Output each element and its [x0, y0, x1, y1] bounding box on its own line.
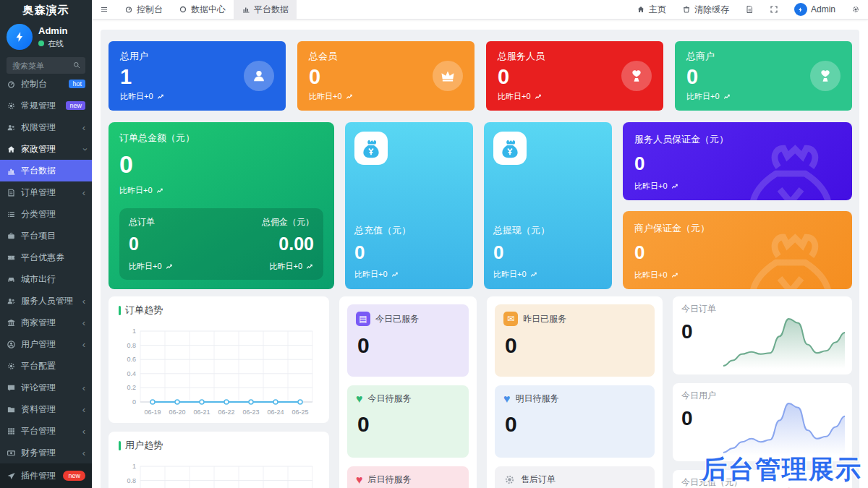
dashboard-panel: 总用户 1 比昨日+0 总会员 0 比昨日+0 总服务人员 0 比昨日+0 总商…	[101, 30, 859, 488]
hamburger-button[interactable]	[92, 0, 116, 19]
today-users-chart-card: 今日用户 0	[673, 383, 852, 461]
trash-icon	[682, 5, 691, 14]
svg-text:06-24: 06-24	[267, 408, 284, 416]
tab-data-center[interactable]: 数据中心	[171, 0, 234, 19]
bar-chart-icon	[242, 5, 250, 14]
chevron-left-icon: ‹	[82, 318, 85, 328]
dashboard-icon	[124, 5, 133, 14]
avatar[interactable]	[7, 24, 33, 50]
gear-icon	[851, 5, 860, 14]
settings-button[interactable]	[843, 0, 868, 19]
after-sale-orders-card: 售后订单 0	[495, 466, 655, 488]
sidebar-item-console[interactable]: 控制台hot	[0, 73, 92, 95]
heart-icon: ♥	[356, 474, 363, 486]
fullscreen-button[interactable]	[762, 0, 786, 19]
trend-up-icon	[156, 93, 165, 100]
trend-up-icon	[345, 93, 354, 100]
messenger-bolt-icon	[13, 30, 26, 43]
language-button[interactable]	[737, 0, 762, 19]
home-button[interactable]: 主页	[629, 0, 674, 19]
chart-title: 用户趋势	[125, 439, 163, 452]
today-orders-chart-card: 今日订单 0	[673, 296, 852, 374]
trend-up-icon	[391, 271, 399, 278]
messenger-bolt-icon	[797, 7, 804, 13]
hamburger-icon	[100, 5, 109, 14]
user-status: 在线	[38, 38, 67, 49]
sidebar-item-materials[interactable]: 资料管理‹	[0, 398, 92, 420]
stat-value: 0.00	[262, 234, 314, 254]
paper-plane-icon	[7, 471, 16, 481]
envelope-icon: ✉	[503, 312, 518, 326]
user-panel: Admin 在线	[0, 19, 92, 54]
trend-up-icon	[671, 183, 679, 190]
svg-text:0.4: 0.4	[127, 370, 136, 377]
stat-value: 0	[357, 412, 460, 437]
svg-text:06-25: 06-25	[292, 408, 308, 416]
tab-platform-data[interactable]: 平台数据	[234, 0, 297, 19]
dashboard-icon	[7, 80, 16, 89]
sidebar-item-plugins[interactable]: 插件管理new	[0, 463, 92, 488]
today-pending-card: ♥今日待服务 0	[347, 385, 469, 458]
hot-badge: hot	[69, 80, 85, 89]
chevron-left-icon: ‹	[82, 448, 85, 458]
account-menu[interactable]: Admin	[786, 0, 843, 19]
sidebar-item-platform-mgmt[interactable]: 平台管理‹	[0, 420, 92, 442]
users-icon	[7, 123, 16, 132]
money-icon	[7, 448, 16, 458]
chevron-left-icon: ‹	[82, 383, 85, 393]
circle-icon	[179, 5, 187, 14]
home-icon	[7, 145, 16, 154]
app-logo: 奥森演示	[0, 0, 92, 19]
sidebar-item-general[interactable]: 常规管理new	[0, 95, 92, 116]
sidebar-item-housekeeping[interactable]: 家政管理‹	[0, 138, 92, 160]
document-icon: ▤	[356, 312, 370, 326]
sidebar-item-categories[interactable]: 分类管理	[0, 203, 92, 225]
order-trend-chart: 00.20.40.60.8106-1906-2006-2106-2206-230…	[119, 325, 318, 421]
sidebar-item-users[interactable]: 用户管理‹	[0, 333, 92, 355]
order-trend-chart-card: 订单趋势 00.20.40.60.8106-1906-2006-2106-220…	[109, 296, 329, 423]
top-navbar: 控制台 数据中心 平台数据 主页 清除缓存 Admin	[92, 0, 868, 20]
money-bag-watermark-icon	[736, 223, 845, 289]
clear-cache-button[interactable]: 清除缓存	[674, 0, 737, 19]
svg-text:06-19: 06-19	[144, 408, 161, 416]
trend-up-icon	[305, 263, 314, 270]
heart-icon: ♥	[356, 393, 363, 405]
sidebar-item-orders[interactable]: 订单管理‹	[0, 181, 92, 203]
user-circle-icon	[7, 340, 16, 349]
svg-text:1: 1	[132, 328, 136, 335]
sidebar-item-comments[interactable]: 评论管理‹	[0, 377, 92, 398]
search-icon	[72, 61, 81, 69]
stat-card-total-staff: 总服务人员 0 比昨日+0	[486, 41, 663, 111]
svg-text:0.8: 0.8	[127, 477, 136, 484]
svg-text:0.8: 0.8	[127, 342, 136, 349]
today-users-sparkline	[720, 393, 848, 455]
sidebar-item-city-travel[interactable]: 城市出行	[0, 268, 92, 290]
stat-value: 0	[129, 234, 174, 254]
sidebar-item-coupons[interactable]: 平台优惠券	[0, 247, 92, 268]
user-name: Admin	[38, 25, 67, 36]
svg-text:1: 1	[132, 463, 136, 470]
gear-icon	[503, 474, 516, 486]
sidebar-item-permissions[interactable]: 权限管理‹	[0, 116, 92, 138]
bank-icon	[7, 318, 16, 328]
sidebar-item-merchants[interactable]: 商家管理‹	[0, 312, 92, 333]
merchant-deposit-card: 商户保证金（元） 0 比昨日+0	[623, 211, 852, 289]
gears-icon	[7, 101, 16, 111]
stat-card-total-members: 总会员 0 比昨日+0	[297, 41, 475, 111]
chevron-left-icon: ‹	[82, 188, 85, 197]
day-after-pending-card: ♥后日待服务 0	[347, 466, 469, 488]
sidebar-item-staff[interactable]: 服务人员管理‹	[0, 290, 92, 312]
heart-award-icon	[621, 61, 652, 91]
new-badge: new	[66, 101, 85, 111]
sidebar-item-platform-data[interactable]: 平台数据	[0, 160, 92, 181]
sidebar-item-projects[interactable]: 平台项目	[0, 225, 92, 247]
sidebar-item-platform-config[interactable]: 平台配置	[0, 355, 92, 377]
svg-text:06-22: 06-22	[218, 408, 234, 416]
tab-console[interactable]: 控制台	[116, 0, 171, 19]
heart-award-icon	[810, 61, 841, 91]
chevron-left-icon: ‹	[82, 296, 85, 306]
tags-icon	[7, 210, 16, 219]
sidebar-item-finance[interactable]: 财务管理‹	[0, 442, 92, 463]
money-bag-watermark-icon	[736, 134, 845, 200]
folder-icon	[7, 405, 16, 414]
